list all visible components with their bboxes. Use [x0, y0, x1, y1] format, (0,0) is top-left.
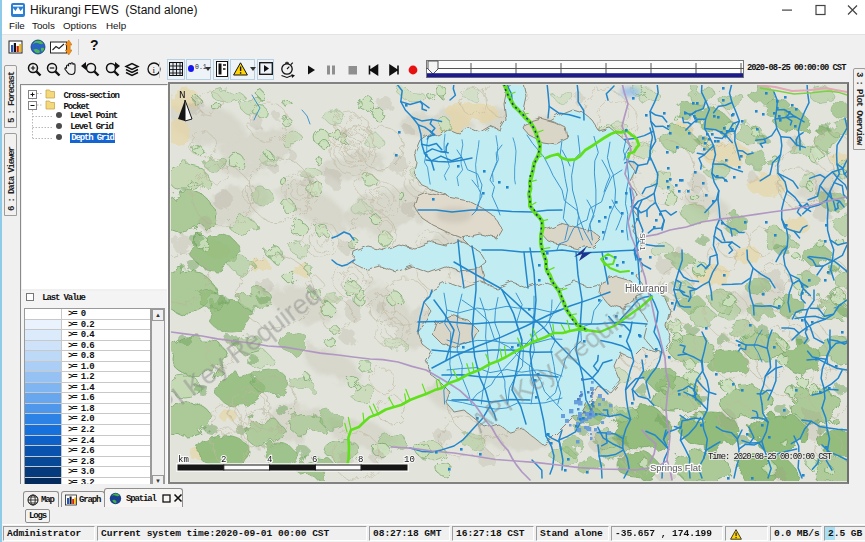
svg-text:i: i: [153, 65, 156, 75]
